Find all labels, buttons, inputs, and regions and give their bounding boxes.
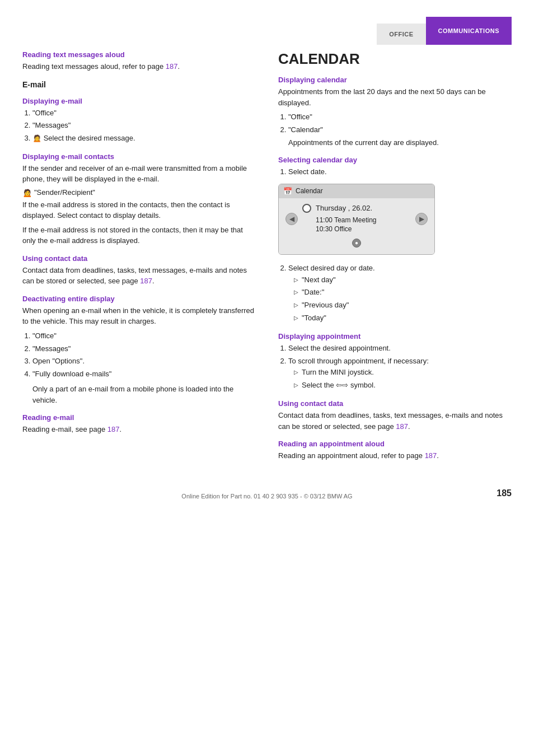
reading-appointment-link[interactable]: 187: [425, 451, 437, 460]
footer-text: Online Edition for Part no. 01 40 2 903 …: [181, 493, 352, 511]
list-item: To scroll through appointment, if necess…: [288, 356, 512, 391]
calendar-icon: 📅: [283, 187, 292, 195]
displaying-appointment-list: Select the desired appointment. To scrol…: [288, 343, 512, 391]
list-item: "Messages": [32, 343, 256, 355]
cal-bottom-btn[interactable]: ●: [352, 239, 361, 248]
displaying-email-heading: Displaying e-mail: [22, 97, 256, 105]
displaying-email-section: Displaying e-mail "Office" "Messages" 🙍 …: [22, 97, 256, 144]
displaying-appointment-section: Displaying appointment Select the desire…: [278, 332, 512, 391]
selecting-calendar-day-heading: Selecting calendar day: [278, 156, 512, 164]
selecting-calendar-day-section: Selecting calendar day Select date. 📅 Ca…: [278, 156, 512, 324]
displaying-email-contacts-heading: Displaying e-mail contacts: [22, 152, 256, 161]
using-contact-data-link[interactable]: 187: [140, 277, 152, 285]
select-options-arrows: "Next day" "Date:" "Previous day" "Today…: [294, 274, 512, 324]
reading-appointment-body: Reading an appointment aloud, refer to p…: [278, 450, 512, 461]
list-item: "Office": [32, 330, 256, 342]
content-wrapper: Reading text messages aloud Reading text…: [0, 50, 534, 465]
email-contacts-text2: If the e-mail address is stored in the c…: [22, 199, 256, 221]
sender-recipient-row: 🙍 "Sender/Recipient": [22, 188, 256, 197]
displaying-calendar-section: Displaying calendar Appointments from th…: [278, 76, 512, 148]
list-item: "Date:": [294, 287, 512, 298]
deactivating-display-heading: Deactivating entire display: [22, 295, 256, 303]
reading-appointment-heading: Reading an appointment aloud: [278, 440, 512, 448]
deactivating-display-section: Deactivating entire display When opening…: [22, 295, 256, 405]
list-item: "Office": [288, 111, 512, 123]
cal-nav-row: ◀ Thursday , 26.02. 11:00 Team Meeting 1…: [283, 202, 430, 236]
tab-communications-label: COMMUNICATIONS: [438, 27, 499, 34]
list-item: Turn the MINI joystick.: [294, 367, 512, 379]
appointment-sub-options: Turn the MINI joystick. Select the ⇦⇨ sy…: [294, 367, 512, 391]
reading-text-messages-heading: Reading text messages aloud: [22, 50, 256, 59]
email-contacts-text3: If the e-mail address is not stored in t…: [22, 225, 256, 246]
list-item: Open "Options".: [32, 356, 256, 367]
list-item: 🙍 Select the desired message.: [32, 133, 256, 144]
reading-text-messages-link[interactable]: 187: [166, 62, 178, 71]
cal-date-text: Thursday , 26.02.: [316, 204, 372, 212]
using-contact-data-body: Contact data from deadlines, tasks, text…: [22, 265, 256, 287]
using-contact-data-right-heading: Using contact data: [278, 399, 512, 408]
cal-prev-btn[interactable]: ◀: [285, 213, 298, 225]
list-item: "Previous day": [294, 300, 512, 311]
cal-body: ◀ Thursday , 26.02. 11:00 Team Meeting 1…: [279, 198, 434, 254]
select-options-list: Select desired day or date. "Next day" "…: [288, 263, 512, 324]
header-tabs: OFFICE COMMUNICATIONS: [0, 0, 534, 45]
reading-email-link[interactable]: 187: [107, 425, 120, 433]
list-item: "Office": [32, 108, 256, 119]
displaying-calendar-sub: Appointments of the current day are disp…: [288, 137, 512, 148]
cal-event1: 11:00 Team Meeting: [316, 216, 411, 224]
reading-text-messages-body: Reading text messages aloud, refer to pa…: [22, 61, 256, 72]
cal-date-row: Thursday , 26.02.: [302, 204, 411, 213]
person-icon: 🙍: [22, 188, 32, 197]
cal-titlebar: 📅 Calendar: [279, 184, 434, 198]
list-item: "Today": [294, 312, 512, 324]
cal-circle: [302, 204, 311, 213]
using-contact-data-heading: Using contact data: [22, 254, 256, 263]
cal-event2: 10:30 Office: [316, 225, 411, 233]
list-item: "Messages": [32, 120, 256, 132]
selecting-calendar-day-list: Select date.: [288, 166, 512, 178]
list-item: Select the ⇦⇨ symbol.: [294, 380, 512, 391]
list-item: Select the desired appointment.: [288, 343, 512, 354]
footer-row: Online Edition for Part no. 01 40 2 903 …: [0, 465, 534, 511]
reading-email-body: Reading e-mail, see page 187.: [22, 424, 256, 435]
reading-email-section: Reading e-mail Reading e-mail, see page …: [22, 413, 256, 435]
reading-email-heading: Reading e-mail: [22, 413, 256, 422]
deactivating-display-sub: Only a part of an e-mail from a mobile p…: [32, 384, 256, 405]
right-column: CALENDAR Displaying calendar Appointment…: [278, 50, 512, 465]
deactivating-display-text1: When opening an e-mail when in the vehic…: [22, 305, 256, 327]
displaying-email-list: "Office" "Messages" 🙍 Select the desired…: [32, 108, 256, 144]
page-title: CALENDAR: [278, 50, 512, 68]
email-contacts-text1: If the sender and receiver of an e-mail …: [22, 163, 256, 185]
calendar-widget: 📅 Calendar ◀ Thursday , 26.02. 11:: [278, 184, 435, 255]
cal-next-btn[interactable]: ▶: [415, 213, 428, 225]
displaying-calendar-heading: Displaying calendar: [278, 76, 512, 84]
using-contact-data-right-section: Using contact data Contact data from dea…: [278, 399, 512, 432]
displaying-appointment-heading: Displaying appointment: [278, 332, 512, 340]
tab-communications[interactable]: COMMUNICATIONS: [426, 17, 512, 45]
using-contact-data-section: Using contact data Contact data from dea…: [22, 254, 256, 287]
using-contact-data-right-link[interactable]: 187: [396, 422, 408, 431]
list-item: Select desired day or date. "Next day" "…: [288, 263, 512, 324]
calendar-title: Calendar: [296, 187, 323, 195]
reading-appointment-section: Reading an appointment aloud Reading an …: [278, 440, 512, 461]
list-item: "Fully download e-mails": [32, 368, 256, 380]
list-item: Select date.: [288, 166, 512, 178]
displaying-email-contacts-section: Displaying e-mail contacts If the sender…: [22, 152, 256, 246]
using-contact-data-right-body: Contact data from deadlines, tasks, text…: [278, 410, 512, 432]
displaying-calendar-text: Appointments from the last 20 days and t…: [278, 86, 512, 108]
contact-icon: 🙍: [32, 134, 41, 142]
cal-date-display: Thursday , 26.02. 11:00 Team Meeting 10:…: [298, 204, 415, 234]
list-item: "Next day": [294, 274, 512, 286]
displaying-calendar-list: "Office" "Calendar" Appointments of the …: [288, 111, 512, 148]
deactivating-display-list: "Office" "Messages" Open "Options". "Ful…: [32, 330, 256, 380]
tab-office[interactable]: OFFICE: [377, 24, 425, 45]
tab-office-label: OFFICE: [389, 31, 413, 38]
page-number: 185: [496, 488, 512, 498]
list-item: "Calendar" Appointments of the current d…: [288, 124, 512, 148]
page-container: OFFICE COMMUNICATIONS Reading text messa…: [0, 0, 534, 756]
left-column: Reading text messages aloud Reading text…: [22, 50, 256, 465]
email-main-heading: E-mail: [22, 80, 256, 89]
reading-text-messages-section: Reading text messages aloud Reading text…: [22, 50, 256, 72]
